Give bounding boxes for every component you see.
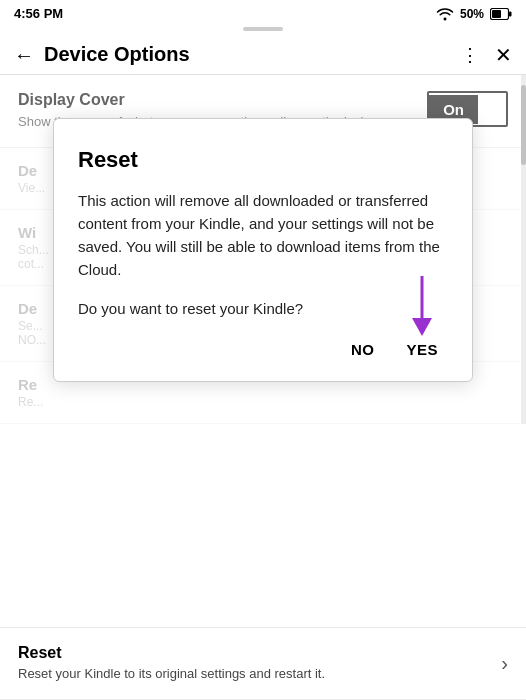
content-area: Display Cover Show the cover of what you…: [0, 75, 526, 424]
purple-arrow-annotation: [404, 276, 440, 336]
svg-rect-1: [492, 10, 501, 18]
status-icons: 50%: [436, 7, 512, 21]
status-time: 4:56 PM: [14, 6, 63, 21]
battery-percent: 50%: [460, 7, 484, 21]
swipe-bar: [243, 27, 283, 31]
swipe-indicator: [0, 25, 526, 35]
yes-button[interactable]: YES: [406, 341, 438, 358]
page-title: Device Options: [44, 43, 461, 66]
reset-chevron: ›: [501, 652, 508, 675]
reset-title: Reset: [18, 644, 487, 662]
reset-section[interactable]: Reset Reset your Kindle to its original …: [0, 627, 526, 700]
svg-rect-2: [509, 11, 512, 16]
modal-body: This action will remove all downloaded o…: [78, 189, 448, 282]
modal-overlay: Reset This action will remove all downlo…: [0, 75, 526, 424]
modal-question: Do you want to reset your Kindle?: [78, 300, 448, 317]
battery-icon: [490, 8, 512, 20]
reset-text: Reset Reset your Kindle to its original …: [18, 644, 501, 683]
reset-desc: Reset your Kindle to its original settin…: [18, 665, 487, 683]
wifi-icon: [436, 7, 454, 21]
status-bar: 4:56 PM 50%: [0, 0, 526, 25]
more-options-button[interactable]: ⋮: [461, 46, 481, 64]
no-button[interactable]: NO: [351, 341, 375, 358]
modal-actions: NO YES: [78, 341, 448, 359]
reset-modal: Reset This action will remove all downlo…: [53, 118, 473, 382]
close-button[interactable]: ✕: [495, 45, 512, 65]
svg-marker-4: [412, 318, 432, 336]
back-button[interactable]: ←: [14, 45, 34, 65]
modal-title: Reset: [78, 147, 448, 173]
nav-bar: ← Device Options ⋮ ✕: [0, 35, 526, 75]
yes-button-container: YES: [406, 341, 438, 359]
